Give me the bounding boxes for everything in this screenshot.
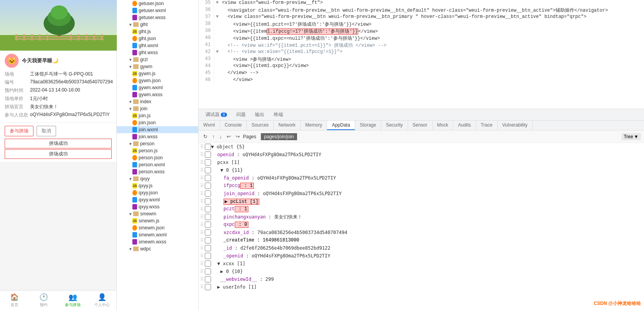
file-tree-item-glht-json[interactable]: glht.json (117, 35, 198, 42)
drag-handle[interactable]: ⠿ (199, 214, 205, 220)
drag-handle[interactable]: ⠿ (199, 183, 205, 189)
file-tree-item-glht-js[interactable]: JSglht.js (117, 28, 198, 35)
devtools-tab-终端[interactable]: 终端 (270, 110, 287, 120)
line-toggle[interactable] (214, 35, 220, 42)
data-row-checkbox[interactable] (205, 261, 211, 267)
drag-handle[interactable]: ⠿ (199, 167, 205, 173)
data-row-checkbox[interactable] (205, 183, 211, 189)
undo-btn[interactable]: ↩ (225, 133, 232, 140)
file-tree-item-glht-wxml[interactable]: glht.wxml (117, 42, 198, 49)
data-row-checkbox[interactable] (205, 144, 211, 150)
data-row-checkbox[interactable] (205, 222, 211, 228)
file-tree-item-qxyy-wxml[interactable]: qxyy.wxml (117, 196, 198, 203)
data-row-checkbox[interactable] (205, 245, 211, 251)
file-tree-item-gywm-wxml[interactable]: gywm.wxml (117, 84, 198, 91)
data-tree[interactable]: ⠿▼ object {5}⠿openid : oQYHd4sFXPg8Oma2T… (199, 143, 644, 310)
line-toggle[interactable] (214, 28, 220, 35)
file-tree-item-qxyy-js[interactable]: JSqxyy.js (117, 182, 198, 189)
join-button[interactable]: 参与拼场 (5, 126, 33, 136)
file-tree-item-person-js[interactable]: JSperson.js (117, 147, 198, 154)
drag-handle[interactable]: ⠿ (199, 277, 205, 282)
data-row-checkbox[interactable] (205, 190, 211, 197)
data-row-checkbox[interactable] (205, 253, 211, 259)
data-row-checkbox[interactable] (205, 167, 211, 173)
drag-handle[interactable]: ⠿ (199, 238, 205, 243)
file-tree-item-getuser-json[interactable]: getuser.json (117, 0, 198, 7)
drag-handle[interactable]: ⠿ (199, 160, 205, 166)
drag-handle[interactable]: ⠿ (199, 253, 205, 259)
drag-handle[interactable]: ⠿ (199, 284, 205, 290)
file-tree-item-grzl-folder[interactable]: ▼ grzl (117, 56, 198, 63)
drag-handle[interactable]: ⠿ (199, 144, 205, 150)
appdata-tab-AppData[interactable]: AppData (327, 121, 355, 130)
drag-handle[interactable]: ⠿ (199, 175, 205, 181)
drag-handle[interactable]: ⠿ (199, 230, 205, 236)
data-row-checkbox[interactable] (205, 214, 211, 220)
drag-handle[interactable]: ⠿ (199, 152, 205, 158)
appdata-tab-Network[interactable]: Network (274, 121, 301, 130)
result-btn-2[interactable]: 拼场成功 (5, 149, 112, 159)
data-row-checkbox[interactable] (205, 276, 211, 282)
line-toggle[interactable] (214, 7, 220, 14)
appdata-tab-Sensor[interactable]: Sensor (408, 121, 433, 130)
appdata-tab-Wxml[interactable]: Wxml (199, 121, 220, 130)
line-toggle[interactable]: ▼ (214, 14, 220, 21)
file-tree-item-join-js[interactable]: JSjoin.js (117, 112, 198, 119)
redo-btn[interactable]: ↪ (234, 133, 241, 140)
line-toggle[interactable] (214, 42, 220, 49)
file-tree-item-smewm-wxss[interactable]: smewm.wxss (117, 238, 198, 245)
up-btn[interactable]: ↑ (211, 133, 216, 140)
file-tree-item-join-wxss[interactable]: join.wxss (117, 133, 198, 140)
data-row-checkbox[interactable] (205, 237, 211, 243)
drag-handle[interactable]: ⠿ (199, 269, 205, 275)
nav-join[interactable]: 👥 参与拼场 (58, 291, 88, 310)
file-tree-item-getuser-wxml[interactable]: getuser.wxml (117, 7, 198, 14)
appdata-tab-Security[interactable]: Security (381, 121, 408, 130)
appdata-tab-Trace[interactable]: Trace (476, 121, 498, 130)
drag-handle[interactable]: ⠿ (199, 191, 205, 197)
file-tree-item-smewm-js[interactable]: JSsmewm.js (117, 217, 198, 224)
line-toggle[interactable]: ▼ (214, 0, 220, 7)
nav-profile[interactable]: 👤 个人中心 (87, 291, 116, 310)
drag-handle[interactable]: ⠿ (199, 206, 205, 212)
file-tree-item-getuser-wxss[interactable]: getuser.wxss (117, 14, 198, 21)
file-tree-item-gywm-folder[interactable]: ▼ gywm (117, 63, 198, 70)
line-toggle[interactable] (214, 21, 220, 28)
data-row-checkbox[interactable] (205, 159, 211, 166)
file-tree-item-person-wxss[interactable]: person.wxss (117, 168, 198, 175)
cancel-button[interactable]: 取消 (37, 126, 56, 136)
data-row-checkbox[interactable] (205, 206, 211, 212)
file-tree-item-person-wxml[interactable]: person.wxml (117, 161, 198, 168)
data-row-checkbox[interactable] (205, 268, 211, 275)
file-tree-item-qxyy-json[interactable]: qxyy.json (117, 189, 198, 196)
result-btn-1[interactable]: 拼场成功 (5, 139, 112, 148)
data-row-checkbox[interactable] (205, 198, 211, 204)
file-tree-item-join-folder[interactable]: ▼ join (117, 105, 198, 112)
file-tree-item-person-folder[interactable]: ▼ person (117, 140, 198, 147)
file-tree-item-smewm-json[interactable]: smewm.json (117, 224, 198, 231)
appdata-tab-Sources[interactable]: Sources (247, 121, 274, 130)
file-tree-item-join-json[interactable]: join.json (117, 119, 198, 126)
nav-home[interactable]: 🏠 首页 (0, 291, 29, 310)
devtools-tab-调试器[interactable]: 调试器4 (202, 110, 231, 120)
data-row-checkbox[interactable] (205, 229, 211, 236)
line-toggle[interactable] (214, 63, 220, 70)
appdata-tab-Console[interactable]: Console (220, 121, 247, 130)
line-toggle[interactable] (214, 56, 220, 63)
refresh-btn[interactable]: ↻ (202, 133, 209, 140)
line-toggle[interactable] (214, 77, 220, 84)
appdata-tab-Storage[interactable]: Storage (355, 121, 381, 130)
file-tree-item-index-folder[interactable]: ▼ index (117, 98, 198, 105)
appdata-tab-Mock[interactable]: Mock (433, 121, 454, 130)
drag-handle[interactable]: ⠿ (199, 222, 205, 228)
down-btn[interactable]: ↓ (218, 133, 224, 140)
drag-handle[interactable]: ⠿ (199, 199, 205, 204)
data-row-checkbox[interactable] (205, 175, 211, 181)
devtools-tab-问题[interactable]: 问题 (232, 110, 250, 120)
file-tree-item-glht-wxss[interactable]: glht.wxss (117, 49, 198, 56)
devtools-tab-输出[interactable]: 输出 (251, 110, 268, 120)
file-tree-item-wdpc-folder[interactable]: ▼ wdpc (117, 245, 198, 252)
nav-book[interactable]: 🕐 预约 (29, 291, 58, 310)
drag-handle[interactable]: ⠿ (199, 261, 205, 267)
file-tree-item-smewm-wxml[interactable]: smewm.wxml (117, 231, 198, 238)
